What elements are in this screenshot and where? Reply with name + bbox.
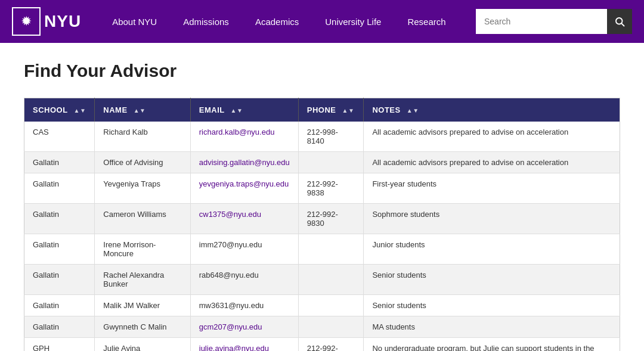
cell-name: Richard Kalb [95,122,190,152]
nav-item-academics[interactable]: Academics [242,0,312,43]
cell-email[interactable]: cw1375@nyu.edu [190,204,298,234]
table-header: SCHOOL ▲▼ NAME ▲▼ EMAIL ▲▼ PHONE ▲▼ NOTE… [24,98,620,122]
cell-email[interactable]: gcm207@nyu.edu [190,316,298,338]
cell-email[interactable]: advising.gallatin@nyu.edu [190,152,298,173]
logo-text: NYU [44,12,81,31]
cell-email[interactable]: richard.kalb@nyu.edu [190,122,298,152]
cell-phone [298,152,364,173]
cell-notes: Sophmore students [364,204,620,234]
cell-school: Gallatin [24,173,95,204]
email-link[interactable]: richard.kalb@nyu.edu [199,128,275,136]
cell-school: Gallatin [24,234,95,265]
cell-phone [298,295,364,316]
col-header-phone[interactable]: PHONE ▲▼ [298,98,364,122]
navbar: ✹ NYU About NYU Admissions Academics Uni… [0,0,644,43]
cell-school: Gallatin [24,316,95,338]
email-link[interactable]: julie.avina@nyu.edu [199,344,269,351]
search-input[interactable] [476,9,607,34]
cell-name: Rachel Alexandra Bunker [95,265,190,295]
page-content: Find Your Advisor SCHOOL ▲▼ NAME ▲▼ EMAI… [0,43,644,351]
table-row: GallatinOffice of Advisingadvising.galla… [24,152,620,173]
cell-name: Malik JM Walker [95,295,190,316]
cell-notes: No undergraduate program, but Julie can … [364,338,620,352]
search-area [476,9,632,34]
table-row: GPHJulie Avinajulie.avina@nyu.edu212-992… [24,338,620,352]
email-link[interactable]: cw1375@nyu.edu [199,210,261,219]
sort-arrows-name: ▲▼ [134,107,146,114]
nav-item-about-nyu[interactable]: About NYU [99,0,170,43]
table-header-row: SCHOOL ▲▼ NAME ▲▼ EMAIL ▲▼ PHONE ▲▼ NOTE… [24,98,620,122]
search-icon [614,16,625,27]
col-header-name[interactable]: NAME ▲▼ [95,98,190,122]
email-link[interactable]: gcm207@nyu.edu [199,322,262,331]
cell-notes: All academic advisors prepared to advise… [364,122,620,152]
email-link[interactable]: advising.gallatin@nyu.edu [199,158,290,167]
sort-arrows-phone: ▲▼ [342,107,355,114]
cell-name: Yevgeniya Traps [95,173,190,204]
nav-item-research[interactable]: Research [394,0,459,43]
cell-phone: 212-998-8140 [298,122,364,152]
cell-name: Office of Advising [95,152,190,173]
cell-school: Gallatin [24,295,95,316]
torch-icon: ✹ [21,14,32,29]
nav-item-admissions[interactable]: Admissions [170,0,242,43]
sort-arrows-school: ▲▼ [74,107,86,114]
cell-phone [298,316,364,338]
nav-item-university-life[interactable]: University Life [312,0,394,43]
cell-school: Gallatin [24,152,95,173]
sort-arrows-notes: ▲▼ [407,107,419,114]
cell-name: Julie Avina [95,338,190,352]
search-button[interactable] [607,9,632,34]
table-row: GallatinCameron Williamscw1375@nyu.edu21… [24,204,620,234]
cell-email[interactable]: yevgeniya.traps@nyu.edu [190,173,298,204]
cell-email[interactable]: julie.avina@nyu.edu [190,338,298,352]
email-link[interactable]: yevgeniya.traps@nyu.edu [199,179,289,188]
cell-school: GPH [24,338,95,352]
cell-email: mw3631@nyu.edu [190,295,298,316]
table-row: GallatinIrene Morrison-Moncureimm270@nyu… [24,234,620,265]
cell-notes: Senior students [364,295,620,316]
logo-box: ✹ [12,7,41,36]
col-header-school[interactable]: SCHOOL ▲▼ [24,98,95,122]
nav-links: About NYU Admissions Academics Universit… [99,0,476,43]
table-row: CASRichard Kalbrichard.kalb@nyu.edu212-9… [24,122,620,152]
logo-link[interactable]: ✹ NYU [12,7,81,36]
cell-phone: 212-992-9838 [298,173,364,204]
col-header-notes[interactable]: NOTES ▲▼ [364,98,620,122]
cell-school: Gallatin [24,204,95,234]
table-row: GallatinYevgeniya Trapsyevgeniya.traps@n… [24,173,620,204]
cell-email: rab648@nyu.edu [190,265,298,295]
cell-school: CAS [24,122,95,152]
svg-line-1 [621,23,624,26]
sort-arrows-email: ▲▼ [231,107,243,114]
table-row: GallatinRachel Alexandra Bunkerrab648@ny… [24,265,620,295]
table-row: GallatinGwynneth C Malingcm207@nyu.eduMA… [24,316,620,338]
cell-notes: First-year students [364,173,620,204]
cell-name: Irene Morrison-Moncure [95,234,190,265]
cell-phone: 212-992-9830 [298,204,364,234]
cell-notes: Senior students [364,265,620,295]
cell-phone [298,265,364,295]
cell-email: imm270@nyu.edu [190,234,298,265]
cell-phone [298,234,364,265]
cell-notes: All academic advisors prepared to advise… [364,152,620,173]
cell-name: Cameron Williams [95,204,190,234]
cell-notes: MA students [364,316,620,338]
cell-phone: 212-992-9940 [298,338,364,352]
cell-school: Gallatin [24,265,95,295]
table-row: GallatinMalik JM Walkermw3631@nyu.eduSen… [24,295,620,316]
table-body: CASRichard Kalbrichard.kalb@nyu.edu212-9… [24,122,620,351]
page-title: Find Your Advisor [24,61,620,81]
cell-name: Gwynneth C Malin [95,316,190,338]
cell-notes: Junior students [364,234,620,265]
advisor-table: SCHOOL ▲▼ NAME ▲▼ EMAIL ▲▼ PHONE ▲▼ NOTE… [24,98,620,351]
col-header-email[interactable]: EMAIL ▲▼ [190,98,298,122]
